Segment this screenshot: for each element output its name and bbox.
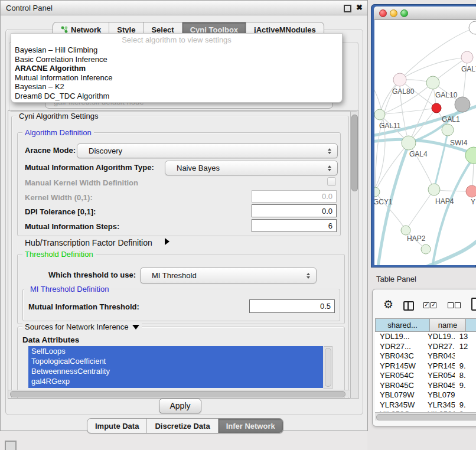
column-header-shared[interactable]: shared... <box>375 318 430 332</box>
algorithm-item-mutual-information-inference[interactable]: Mutual Information Inference <box>11 73 342 83</box>
table-cell: YBR045C <box>375 381 423 391</box>
tab-infer-network[interactable]: Infer Network <box>219 419 283 433</box>
table-cell: YLR345W <box>423 400 455 410</box>
minimize-traffic-light-icon[interactable] <box>390 9 397 17</box>
algorithm-definition-title: Algorithm Definition <box>22 128 94 137</box>
tab-label: Infer Network <box>226 422 275 431</box>
network-node-hap2[interactable] <box>401 226 410 235</box>
algorithm-popup-placeholder: Select algorithm to view settings <box>11 35 342 44</box>
network-node[interactable] <box>432 103 441 113</box>
data-attributes-list[interactable]: SelfLoopsTopologicalCoefficientBetweenne… <box>28 346 323 388</box>
algorithm-item-basic-correlation-inference[interactable]: Basic Correlation Inference <box>11 55 342 64</box>
kernel-width-field[interactable]: 0.0 <box>252 190 337 203</box>
table-row[interactable]: YBL079WYBL079W <box>375 390 476 400</box>
expand-arrow-icon[interactable] <box>165 238 169 245</box>
table-row[interactable]: YDL19...YDL19...13 <box>375 332 476 342</box>
table-cell: 9. <box>455 361 476 371</box>
table-cell: 8. <box>455 371 476 381</box>
network-window-titlebar[interactable] <box>374 6 476 20</box>
which-threshold-value: MI Threshold <box>152 268 197 283</box>
collapse-arrow-icon <box>132 325 139 330</box>
settings-viewport: Cyni Algorithm Settings Algorithm Defini… <box>8 110 351 399</box>
table-row[interactable]: YBR043CYBR043C <box>375 351 476 361</box>
close-icon[interactable]: ✖ <box>356 3 363 12</box>
node-label: GCY1 <box>374 198 393 206</box>
network-node-gal10[interactable] <box>426 76 439 89</box>
network-node-gal1[interactable] <box>442 124 454 136</box>
apply-button[interactable]: Apply <box>159 399 201 413</box>
attribute-list-scrollbar[interactable] <box>324 346 332 389</box>
hub-tf-definition-label: Hub/Transcription Factor Definition <box>25 238 152 247</box>
network-edge <box>406 190 434 230</box>
mi-algorithm-type-combobox[interactable]: Naive Bayes <box>165 161 338 175</box>
network-graph: GAL7GAL80GAL10GAL11GAL1SWI4GAL4GCY1HAP4Y… <box>374 20 476 265</box>
table-cell: YPR145W <box>375 361 423 371</box>
table-cell <box>455 351 476 361</box>
attribute-item-gal4rgexp[interactable]: gal4RGexp <box>28 376 323 386</box>
stepper-arrows-icon <box>327 165 332 172</box>
network-canvas[interactable]: GAL7GAL80GAL10GAL11GAL1SWI4GAL4GCY1HAP4Y… <box>374 20 476 265</box>
mi-steps-field[interactable]: 6 <box>252 219 337 232</box>
mi-algorithm-type-label: Mutual Information Algorithm Type: <box>25 163 154 172</box>
network-node[interactable] <box>469 21 476 34</box>
tab-impute-data[interactable]: Impute Data <box>87 419 147 433</box>
column-header-name[interactable]: name <box>430 318 466 332</box>
zoom-traffic-light-icon[interactable] <box>400 9 408 17</box>
close-traffic-light-icon[interactable] <box>379 9 387 17</box>
network-node[interactable] <box>455 97 470 112</box>
table-cell: 9. <box>455 400 476 410</box>
split-columns-icon[interactable] <box>403 301 414 311</box>
manual-kernel-width-checkbox[interactable] <box>327 177 336 186</box>
deselect-all-icon[interactable] <box>448 302 461 308</box>
settings-horizontal-scrollbar[interactable] <box>8 390 350 397</box>
attribute-item-topologicalcoefficient[interactable]: TopologicalCoefficient <box>28 356 323 366</box>
aracne-mode-combobox[interactable]: Discovery <box>77 144 338 158</box>
sources-title: Sources for Network Inference <box>22 322 142 331</box>
dock-panel-icon[interactable] <box>5 441 17 450</box>
attribute-item-betweennesscentrality[interactable]: BetweennessCentrality <box>28 366 323 376</box>
table-horizontal-scrollbar[interactable] <box>375 412 476 420</box>
algorithm-item-bayesian-hill-climbing[interactable]: Bayesian – Hill Climbing <box>11 45 342 55</box>
node-label: HAP4 <box>435 197 454 206</box>
manual-kernel-width-label: Manual Kernel Width Definition <box>25 178 138 187</box>
gear-icon[interactable]: ⚙ <box>383 299 393 310</box>
tab-discretize-data[interactable]: Discretize Data <box>147 419 218 433</box>
network-node-gal4[interactable] <box>402 136 416 150</box>
attribute-item-selfloops[interactable]: SelfLoops <box>28 346 323 356</box>
network-node[interactable] <box>421 244 431 254</box>
form-view-icon[interactable] <box>471 298 476 311</box>
network-edge <box>434 132 448 190</box>
algorithm-item-aracne-algorithm[interactable]: ARACNE Algorithm <box>11 64 342 73</box>
dpi-tolerance-label: DPI Tolerance [0,1]: <box>25 207 96 216</box>
network-node-hap4[interactable] <box>428 184 440 195</box>
control-panel-titlebar: Control Panel ✖ <box>1 1 367 15</box>
table-row[interactable]: YDR27...YDR27...12 <box>375 342 476 352</box>
algorithm-item-dream8-dc-tdc-algorithm[interactable]: Dream8 DC_TDC Algorithm <box>11 92 342 101</box>
table-cell: YER054C <box>423 371 455 381</box>
table-cell: 13 <box>455 332 476 342</box>
select-all-icon[interactable]: ✓✓ <box>423 302 436 308</box>
column-header-a[interactable]: A <box>466 318 476 332</box>
table-cell: YDR27... <box>423 342 455 352</box>
settings-vertical-scrollbar[interactable] <box>350 110 359 399</box>
network-node-y[interactable] <box>466 185 476 197</box>
mi-threshold-field[interactable]: 0.5 <box>249 299 335 313</box>
data-attributes-label: Data Attributes <box>22 335 79 344</box>
table-row[interactable]: YLR345WYLR345W9. <box>375 400 476 410</box>
network-node-gal11[interactable] <box>374 109 385 120</box>
algorithm-dropdown-popup: Select algorithm to view settings Bayesi… <box>11 33 343 103</box>
cyni-algorithm-settings-title: Cyni Algorithm Settings <box>17 112 100 120</box>
network-node-gal7[interactable] <box>461 51 473 63</box>
which-threshold-combobox[interactable]: MI Threshold <box>140 268 317 283</box>
network-node-gcy1[interactable] <box>374 187 380 197</box>
float-window-icon[interactable] <box>344 5 351 12</box>
dpi-tolerance-field[interactable]: 0.0 <box>252 204 337 217</box>
table-row[interactable]: YBR045CYBR045C9. <box>375 381 476 391</box>
table-row[interactable]: YPR145WYPR145W9. <box>375 361 476 371</box>
table-panel-window: ⚙ ✓✓ shared...nameA YDL19...YDL19...13YD… <box>372 289 476 426</box>
table-row[interactable]: YER054CYER054C8. <box>375 371 476 381</box>
node-label: Y <box>471 198 475 206</box>
algorithm-item-bayesian-k2[interactable]: Bayesian – K2 <box>11 82 342 92</box>
network-node-gal80[interactable] <box>393 73 406 86</box>
network-node-swi4[interactable] <box>465 147 476 164</box>
